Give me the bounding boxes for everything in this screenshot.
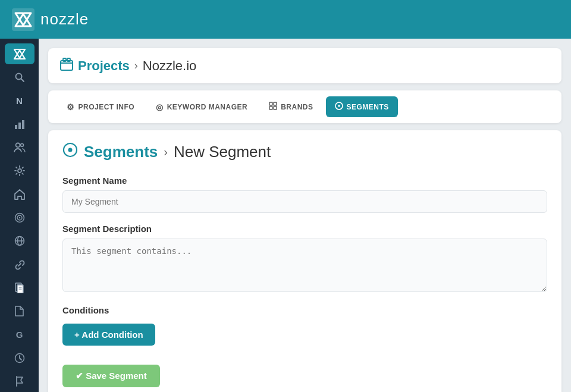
svg-rect-27 — [67, 58, 70, 61]
section-title: Segments — [84, 143, 158, 161]
tab-keyword-manager-label: KEYWORD MANAGER — [167, 103, 248, 111]
add-condition-button[interactable]: + Add Condition — [62, 324, 155, 346]
breadcrumb-bar: Projects › Nozzle.io — [48, 48, 561, 83]
save-segment-button[interactable]: ✔ Save Segment — [62, 365, 160, 387]
svg-rect-9 — [22, 120, 24, 129]
sidebar-item-target[interactable] — [5, 207, 34, 228]
segment-name-input[interactable] — [62, 190, 547, 213]
tab-keyword-manager[interactable]: ◎ KEYWORD MANAGER — [147, 97, 256, 117]
section-separator: › — [164, 145, 168, 159]
top-header: nozzle — [0, 0, 571, 39]
buttons-row: + Add Condition ✔ Save Segment — [62, 324, 547, 387]
svg-point-12 — [18, 169, 21, 173]
tab-segments-label: SEGMENTS — [347, 103, 389, 111]
projects-icon — [60, 58, 73, 74]
nozzle-logo-icon — [12, 8, 34, 31]
segment-description-label: Segment Description — [62, 224, 547, 234]
conditions-label: Conditions — [62, 305, 547, 315]
form-card: Segments › New Segment Segment Name Segm… — [48, 130, 561, 392]
sidebar: N — [0, 39, 39, 392]
svg-rect-30 — [269, 106, 272, 109]
sidebar-item-analytics[interactable] — [5, 114, 34, 134]
svg-point-32 — [338, 105, 340, 107]
svg-point-10 — [15, 143, 20, 147]
sidebar-item-search[interactable] — [5, 67, 34, 87]
keyword-manager-icon: ◎ — [156, 102, 164, 112]
sidebar-item-pages[interactable] — [5, 277, 34, 298]
segment-name-label: Segment Name — [62, 175, 547, 186]
svg-rect-7 — [15, 125, 17, 129]
main-layout: N — [0, 39, 571, 392]
sidebar-item-home[interactable] — [5, 184, 34, 205]
svg-rect-0 — [12, 8, 34, 31]
section-breadcrumb: Segments › New Segment — [62, 142, 547, 161]
sidebar-item-workspace[interactable]: N — [5, 90, 34, 111]
logo-text: nozzle — [40, 10, 89, 29]
svg-point-33 — [68, 148, 73, 152]
tab-segments[interactable]: SEGMENTS — [326, 96, 398, 117]
projects-link[interactable]: Projects — [78, 58, 130, 74]
project-info-icon: ⚙ — [67, 102, 75, 112]
sidebar-item-logo[interactable] — [5, 43, 34, 64]
svg-line-6 — [21, 79, 24, 81]
sidebar-item-settings[interactable] — [5, 161, 34, 181]
svg-rect-25 — [61, 61, 73, 70]
svg-rect-28 — [269, 102, 272, 105]
svg-point-11 — [20, 143, 23, 146]
sidebar-item-files[interactable] — [5, 301, 34, 322]
segments-icon — [335, 102, 343, 112]
form-section: Segments › New Segment Segment Name Segm… — [48, 130, 561, 392]
sidebar-item-users[interactable] — [5, 137, 34, 158]
svg-point-15 — [18, 217, 20, 218]
tab-brands[interactable]: BRANDS — [260, 96, 322, 117]
segment-description-group: Segment Description — [62, 224, 547, 294]
segment-section-icon — [62, 142, 78, 161]
segment-description-input[interactable] — [62, 239, 547, 292]
breadcrumb-current: Nozzle.io — [143, 58, 196, 74]
content-area: Projects › Nozzle.io ⚙ PROJECT INFO ◎ KE… — [39, 39, 571, 392]
svg-rect-26 — [63, 58, 66, 61]
sidebar-item-links[interactable] — [5, 254, 34, 275]
logo-area: nozzle — [12, 8, 89, 31]
tab-project-info-label: PROJECT INFO — [79, 103, 135, 111]
section-subtitle: New Segment — [174, 143, 271, 161]
svg-rect-29 — [274, 102, 277, 105]
brands-icon — [269, 102, 277, 112]
sidebar-item-history[interactable] — [5, 347, 34, 368]
segment-name-group: Segment Name — [62, 175, 547, 213]
breadcrumb-card: Projects › Nozzle.io — [48, 48, 561, 83]
breadcrumb-separator: › — [134, 59, 138, 72]
sidebar-item-competitors[interactable] — [5, 231, 34, 252]
tab-brands-label: BRANDS — [281, 103, 313, 111]
svg-rect-8 — [18, 123, 21, 129]
svg-rect-31 — [274, 106, 277, 109]
tabs-bar: ⚙ PROJECT INFO ◎ KEYWORD MANAGER BRANDS — [48, 90, 561, 123]
conditions-group: Conditions + Add Condition ✔ Save Segmen… — [62, 305, 547, 387]
sidebar-item-google[interactable]: G — [5, 324, 34, 345]
sidebar-item-flags[interactable] — [5, 371, 34, 392]
tab-project-info[interactable]: ⚙ PROJECT INFO — [58, 97, 143, 117]
